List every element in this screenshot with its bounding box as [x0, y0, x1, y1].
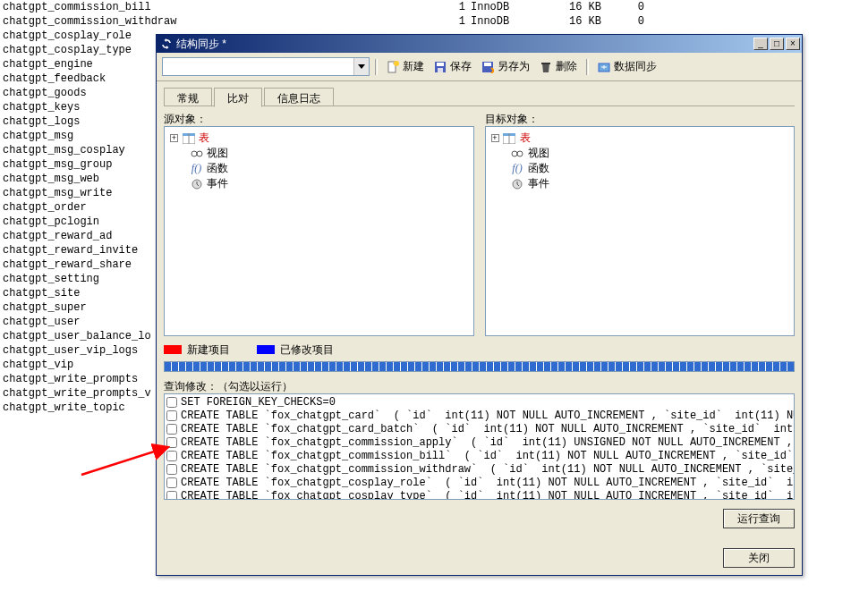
tabs: 常规 比对 信息日志: [164, 87, 795, 106]
svg-point-18: [512, 151, 517, 156]
structure-sync-dialog: 结构同步 * _ □ × 新建 保存 另存为: [156, 34, 803, 576]
new-file-icon: [386, 60, 400, 74]
data-sync-button[interactable]: 数据同步: [593, 57, 660, 77]
tab-compare[interactable]: 比对: [214, 88, 262, 107]
tree-node-views[interactable]: 视图: [491, 146, 789, 161]
table-row[interactable]: chatgpt_commission_withdraw 1 InnoDB 16 …: [0, 14, 868, 29]
views-icon: [511, 147, 524, 160]
minimize-button[interactable]: _: [753, 38, 768, 50]
table-icon: [503, 131, 516, 145]
tree-node-functions[interactable]: f() 函数: [491, 161, 789, 176]
legend-new-swatch: [164, 345, 182, 354]
svg-point-12: [191, 151, 197, 156]
legend: 新建项目 已修改项目: [164, 342, 795, 358]
progress-bar: [164, 361, 795, 372]
tab-general[interactable]: 常规: [164, 88, 212, 106]
tree-node-views[interactable]: 视图: [170, 146, 468, 161]
source-objects-label: 源对象：: [164, 112, 474, 126]
annotation-arrow: [79, 442, 177, 477]
dialog-titlebar[interactable]: 结构同步 * _ □ ×: [157, 35, 802, 53]
event-icon: [511, 177, 524, 190]
table-row[interactable]: chatgpt_commission_bill 1 InnoDB 16 KB 0: [0, 0, 868, 14]
new-button[interactable]: 新建: [382, 57, 428, 77]
dialog-title: 结构同步 *: [176, 37, 226, 52]
query-row[interactable]: CREATE TABLE `fox_chatgpt_commission_app…: [166, 435, 792, 449]
query-row[interactable]: CREATE TABLE `fox_chatgpt_cosplay_role` …: [166, 476, 792, 489]
query-checkbox[interactable]: [166, 410, 177, 421]
query-row[interactable]: SET FOREIGN_KEY_CHECKS=0: [166, 395, 792, 409]
svg-rect-4: [438, 68, 443, 72]
svg-rect-6: [484, 63, 491, 66]
sync-icon: [160, 38, 173, 50]
query-changes-label: 查询修改：（勾选以运行）: [164, 379, 795, 393]
chevron-down-icon[interactable]: [353, 58, 369, 75]
function-icon: f(): [511, 162, 524, 175]
dialog-toolbar: 新建 保存 另存为 删除 数据同步: [157, 53, 802, 81]
expand-icon[interactable]: +: [491, 134, 499, 142]
svg-point-19: [517, 151, 523, 156]
query-checkbox[interactable]: [166, 397, 177, 408]
target-objects-label: 目标对象：: [485, 112, 796, 126]
function-icon: f(): [190, 162, 203, 175]
query-checkbox[interactable]: [166, 477, 177, 488]
query-row[interactable]: CREATE TABLE `fox_chatgpt_card_batch` ( …: [166, 422, 792, 435]
save-as-button[interactable]: 另存为: [477, 57, 533, 77]
event-icon: [190, 177, 203, 190]
tree-node-events[interactable]: 事件: [491, 176, 789, 191]
tree-node-functions[interactable]: f() 函数: [170, 161, 468, 176]
delete-button[interactable]: 删除: [535, 57, 581, 77]
tab-log[interactable]: 信息日志: [264, 88, 334, 106]
save-icon: [433, 60, 447, 74]
save-button[interactable]: 保存: [430, 57, 475, 77]
svg-rect-7: [541, 63, 550, 64]
query-checkbox[interactable]: [166, 491, 177, 500]
tree-node-tables[interactable]: + 表: [170, 131, 468, 146]
query-row[interactable]: CREATE TABLE `fox_chatgpt_commission_wit…: [166, 462, 792, 476]
profile-combo[interactable]: [162, 57, 370, 76]
query-checkbox[interactable]: [166, 424, 177, 435]
close-dialog-button[interactable]: 关闭: [723, 548, 795, 568]
run-query-button[interactable]: 运行查询: [723, 509, 795, 528]
svg-rect-3: [437, 63, 444, 66]
legend-modified-swatch: [257, 345, 275, 354]
svg-line-21: [81, 447, 168, 475]
expand-icon[interactable]: +: [170, 134, 178, 142]
tree-node-tables[interactable]: + 表: [491, 131, 789, 146]
close-button[interactable]: ×: [786, 38, 800, 50]
query-list[interactable]: SET FOREIGN_KEY_CHECKS=0CREATE TABLE `fo…: [164, 393, 795, 500]
maximize-button[interactable]: □: [770, 38, 784, 50]
svg-point-13: [197, 151, 202, 156]
tree-node-events[interactable]: 事件: [170, 176, 468, 191]
query-row[interactable]: CREATE TABLE `fox_chatgpt_cosplay_type` …: [166, 489, 792, 500]
save-as-icon: [481, 60, 495, 74]
svg-point-1: [394, 61, 399, 66]
table-icon: [182, 131, 195, 145]
views-icon: [190, 147, 203, 160]
target-tree[interactable]: + 表 视图 f() 函数: [485, 126, 796, 336]
trash-icon: [539, 60, 553, 74]
query-row[interactable]: CREATE TABLE `fox_chatgpt_card` ( `id` i…: [166, 409, 792, 422]
query-row[interactable]: CREATE TABLE `fox_chatgpt_commission_bil…: [166, 449, 792, 462]
data-sync-icon: [597, 60, 611, 74]
source-tree[interactable]: + 表 视图 f() 函数: [164, 126, 474, 336]
